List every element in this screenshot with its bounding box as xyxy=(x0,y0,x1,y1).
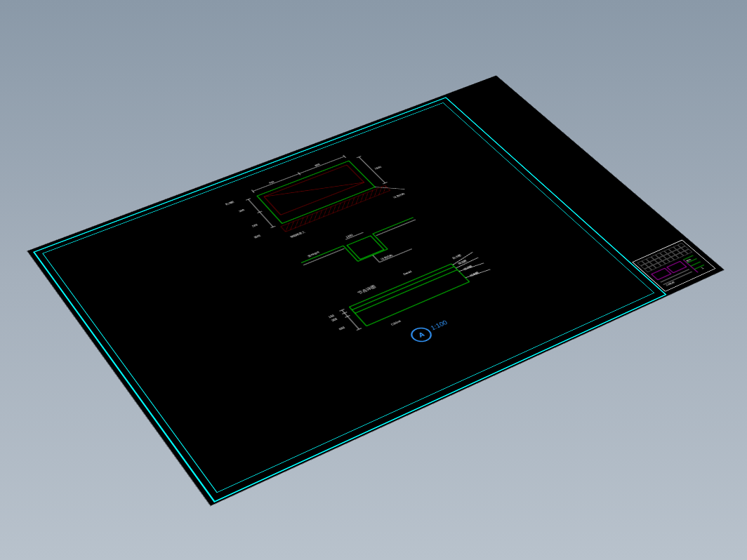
svg-line-93 xyxy=(663,272,692,285)
svg-line-3 xyxy=(343,155,346,158)
svg-line-15 xyxy=(359,157,385,183)
svg-text:工程名称: 工程名称 xyxy=(665,281,675,287)
svg-line-90 xyxy=(691,262,701,266)
svg-rect-86 xyxy=(667,261,687,272)
svg-line-92 xyxy=(661,269,689,283)
svg-line-91 xyxy=(694,265,704,269)
svg-line-65 xyxy=(366,282,470,326)
svg-line-87 xyxy=(683,260,698,272)
svg-line-10 xyxy=(246,199,251,201)
svg-text:图号: 图号 xyxy=(685,258,692,262)
svg-text:Detail: Detail xyxy=(402,270,412,276)
svg-rect-85 xyxy=(652,268,671,280)
svg-line-9 xyxy=(249,199,273,227)
svg-text:1: 1 xyxy=(701,267,706,270)
drawing-sheet[interactable]: 410 600 200 500 1500 见详图 基础 xyxy=(27,76,724,506)
svg-text:保温层: 保温层 xyxy=(457,259,468,265)
svg-line-37 xyxy=(356,194,369,202)
svg-text:1500: 1500 xyxy=(374,166,383,171)
cad-viewport[interactable]: 410 600 200 500 1500 见详图 基础 xyxy=(0,0,747,560)
svg-text:600: 600 xyxy=(314,163,321,167)
svg-line-11 xyxy=(258,211,263,213)
svg-text:结构层: 结构层 xyxy=(469,271,480,276)
svg-line-40 xyxy=(369,189,382,197)
